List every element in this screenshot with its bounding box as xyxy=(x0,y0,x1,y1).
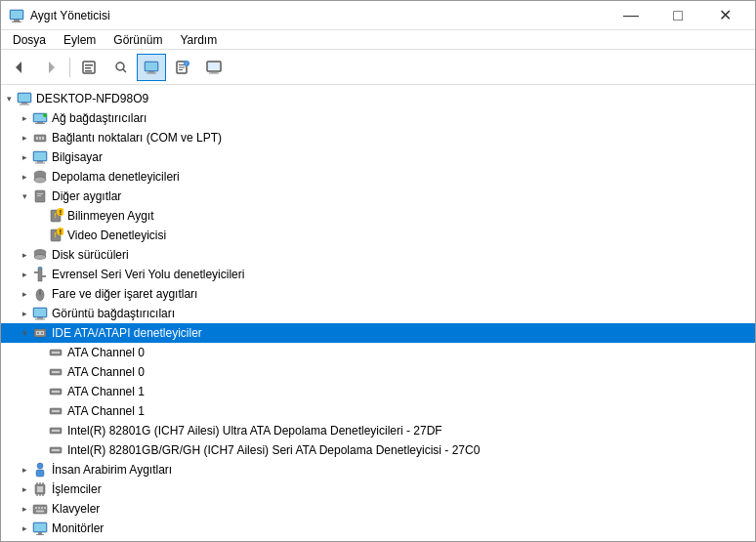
toolbar-btn-5[interactable] xyxy=(137,54,166,81)
expand-btn[interactable]: ▾ xyxy=(17,188,32,204)
svg-rect-79 xyxy=(52,391,60,393)
expand-btn[interactable]: ▸ xyxy=(17,462,32,478)
tree-item-unknown-device[interactable]: !!Bilinmeyen Aygıt xyxy=(1,206,755,226)
tree-item-other-devices[interactable]: ▾Diğer aygıtlar xyxy=(1,187,755,206)
tree-item-disk-drives[interactable]: ▸Disk sürücüleri xyxy=(1,245,755,265)
separator-1 xyxy=(69,58,70,77)
tree-item-storage-ctrl[interactable]: ▸Depolama denetleyicileri xyxy=(1,167,755,187)
expand-btn[interactable]: ▸ xyxy=(17,481,32,497)
tree-item-video-controller[interactable]: !!Video Denetleyicisi xyxy=(1,226,755,245)
expand-btn[interactable]: ▸ xyxy=(17,306,32,321)
item-icon-computer xyxy=(17,91,32,106)
expand-btn[interactable]: ▸ xyxy=(17,247,32,263)
expand-btn[interactable]: ▸ xyxy=(17,286,32,302)
toolbar-btn-4[interactable] xyxy=(105,54,135,81)
forward-button[interactable] xyxy=(36,54,65,81)
tree-item-network[interactable]: ▸Ağ bağdaştırıcıları xyxy=(1,108,755,128)
svg-point-45 xyxy=(34,177,46,183)
menu-eylem[interactable]: Eylem xyxy=(56,31,104,49)
title-controls: — □ ✕ xyxy=(609,1,747,30)
menu-yardim[interactable]: Yardım xyxy=(172,31,225,49)
tree-item-ata3[interactable]: ATA Channel 1 xyxy=(1,401,755,421)
item-label: Klavyeler xyxy=(52,502,100,516)
tree-item-ide[interactable]: ▾IDE ATA/ATAPI denetleyiciler xyxy=(1,323,755,343)
item-label: Monitörler xyxy=(52,521,104,535)
item-label: ATA Channel 1 xyxy=(67,385,145,398)
expand-btn[interactable]: ▾ xyxy=(17,325,32,341)
tree-item-keyboards[interactable]: ▸Klavyeler xyxy=(1,499,755,519)
toolbar-btn-6[interactable]: ↑ xyxy=(168,54,197,81)
svg-rect-62 xyxy=(42,275,46,277)
item-icon-mouse xyxy=(32,286,48,302)
svg-rect-69 xyxy=(35,319,45,320)
svg-rect-36 xyxy=(36,137,38,140)
tree-item-intel2[interactable]: Intel(R) 82801GB/GR/GH (ICH7 Ailesi) Ser… xyxy=(1,440,755,460)
svg-rect-48 xyxy=(37,195,41,196)
svg-rect-2 xyxy=(14,20,20,21)
item-label: DESKTOP-NFD98O9 xyxy=(36,92,148,105)
expand-btn[interactable]: ▸ xyxy=(17,267,32,282)
svg-text:↑: ↑ xyxy=(186,61,189,66)
svg-rect-33 xyxy=(35,123,45,124)
svg-rect-23 xyxy=(208,63,220,70)
svg-rect-7 xyxy=(85,64,93,66)
expand-btn[interactable]: ▾ xyxy=(1,91,17,106)
svg-rect-97 xyxy=(35,507,37,509)
tree-item-root[interactable]: ▾DESKTOP-NFD98O9 xyxy=(1,89,755,108)
minimize-button[interactable]: — xyxy=(609,1,653,30)
svg-point-86 xyxy=(37,463,43,469)
tree-item-processors[interactable]: ▸İşlemciler xyxy=(1,479,755,499)
expand-btn[interactable]: ▸ xyxy=(17,501,32,517)
svg-marker-5 xyxy=(49,62,55,73)
expand-btn[interactable]: ▸ xyxy=(17,110,32,126)
item-icon-network xyxy=(32,110,48,126)
menu-dosya[interactable]: Dosya xyxy=(5,31,54,49)
tree-item-human-interface[interactable]: ▸İnsan Arabirim Aygıtları xyxy=(1,460,755,479)
tree-item-display[interactable]: ▸Görüntü bağdaştırıcıları xyxy=(1,304,755,323)
svg-rect-24 xyxy=(211,71,217,73)
svg-text:!: ! xyxy=(54,211,57,220)
svg-rect-14 xyxy=(148,71,154,73)
svg-rect-28 xyxy=(21,103,27,104)
item-label: Evrensel Seri Veri Yolu denetleyicileri xyxy=(52,268,244,281)
tree-item-ata2[interactable]: ATA Channel 1 xyxy=(1,382,755,401)
svg-point-59 xyxy=(34,255,46,260)
item-label: ATA Channel 0 xyxy=(67,365,145,379)
tree-item-serial-bus[interactable]: ▸Evrensel Seri Veri Yolu denetleyicileri xyxy=(1,265,755,284)
svg-rect-32 xyxy=(37,122,43,123)
expand-btn[interactable]: ▸ xyxy=(17,149,32,165)
back-button[interactable] xyxy=(5,54,34,81)
content-area: ▾DESKTOP-NFD98O9▸Ağ bağdaştırıcıları▸Bağ… xyxy=(1,85,755,541)
item-icon-keyboard xyxy=(32,501,48,517)
item-label: Depolama denetleyicileri xyxy=(52,170,180,184)
tree-item-com-lpt[interactable]: ▸Bağlantı noktaları (COM ve LPT) xyxy=(1,128,755,147)
menu-bar: Dosya Eylem Görünüm Yardım xyxy=(1,30,755,50)
item-label: ATA Channel 1 xyxy=(67,404,145,418)
tree-item-sound-io[interactable]: ▸Ses girişleri ve çıkışları xyxy=(1,538,755,541)
toolbar-btn-3[interactable] xyxy=(74,54,104,81)
tree-item-computer[interactable]: ▸Bilgisayar xyxy=(1,147,755,167)
tree-item-ata1[interactable]: ATA Channel 0 xyxy=(1,362,755,382)
expand-btn[interactable]: ▸ xyxy=(17,169,32,185)
item-label: IDE ATA/ATAPI denetleyiciler xyxy=(52,326,202,340)
expand-btn[interactable]: ▸ xyxy=(17,540,32,541)
tree-view[interactable]: ▾DESKTOP-NFD98O9▸Ağ bağdaştırıcıları▸Bağ… xyxy=(1,85,755,541)
tree-item-mouse[interactable]: ▸Fare ve diğer işaret aygıtları xyxy=(1,284,755,304)
maximize-button[interactable]: □ xyxy=(655,1,700,30)
item-label: Diğer aygıtlar xyxy=(52,189,121,203)
toolbar-btn-7[interactable] xyxy=(199,54,229,81)
svg-rect-1 xyxy=(11,11,22,19)
svg-rect-100 xyxy=(44,507,46,509)
expand-btn[interactable]: ▸ xyxy=(17,130,32,146)
tree-item-monitors[interactable]: ▸Monitörler xyxy=(1,519,755,538)
close-button[interactable]: ✕ xyxy=(702,1,747,30)
svg-rect-87 xyxy=(36,470,44,477)
tree-item-ata0[interactable]: ATA Channel 0 xyxy=(1,343,755,362)
menu-gorunum[interactable]: Görünüm xyxy=(105,31,170,49)
item-icon-usb xyxy=(32,267,48,282)
svg-rect-18 xyxy=(179,66,185,67)
svg-rect-37 xyxy=(39,137,41,140)
item-icon-warning: !! xyxy=(48,228,63,243)
tree-item-intel1[interactable]: Intel(R) 82801G (ICH7 Ailesi) Ultra ATA … xyxy=(1,421,755,440)
expand-btn[interactable]: ▸ xyxy=(17,521,32,536)
